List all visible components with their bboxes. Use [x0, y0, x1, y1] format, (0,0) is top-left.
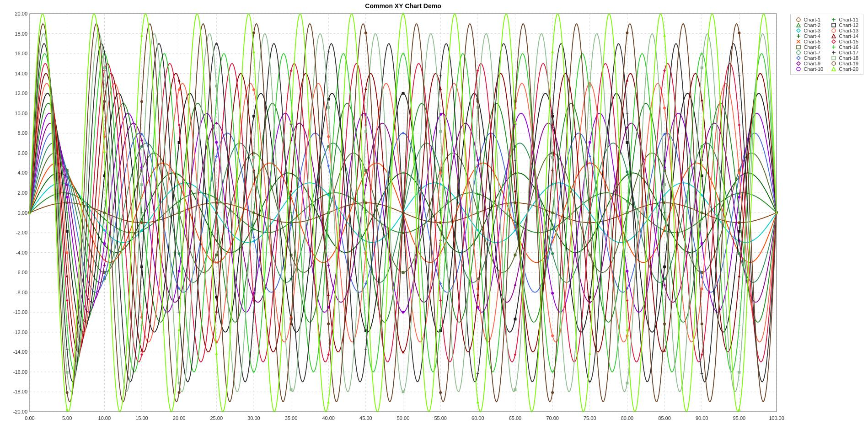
chart-legend: Chart-1Chart-2Chart-3Chart-4Chart-5Chart…	[790, 14, 863, 75]
legend-item: Chart-9	[795, 61, 823, 66]
svg-point-11	[797, 67, 800, 71]
svg-rect-22	[832, 56, 836, 60]
legend-item: Chart-11	[830, 17, 858, 22]
legend-item: Chart-15	[830, 39, 858, 44]
chart-container: Chart-1Chart-2Chart-3Chart-4Chart-5Chart…	[0, 0, 868, 430]
legend-item: Chart-8	[795, 55, 823, 61]
legend-item: Chart-10	[795, 66, 823, 72]
legend-item: Chart-17	[830, 50, 858, 55]
legend-item: Chart-1	[795, 17, 823, 22]
legend-item: Chart-5	[795, 39, 823, 44]
svg-point-23	[832, 62, 836, 65]
legend-item: Chart-13	[830, 28, 858, 33]
svg-point-15	[832, 29, 836, 32]
legend-item: Chart-16	[830, 44, 858, 50]
legend-item: Chart-12	[830, 22, 858, 28]
svg-marker-17	[832, 40, 836, 43]
svg-marker-1	[797, 23, 800, 27]
svg-marker-9	[797, 56, 800, 60]
legend-item: Chart-2	[795, 22, 823, 28]
legend-item: Chart-4	[795, 33, 823, 39]
svg-rect-14	[832, 23, 836, 27]
svg-marker-24	[832, 67, 836, 71]
svg-marker-2	[797, 29, 800, 32]
legend-item: Chart-19	[830, 61, 858, 66]
legend-item: Chart-3	[795, 28, 823, 33]
svg-point-8	[797, 51, 800, 54]
svg-marker-10	[797, 62, 800, 65]
svg-rect-7	[797, 45, 800, 49]
svg-marker-16	[832, 34, 836, 38]
legend-item: Chart-6	[795, 44, 823, 50]
chart-canvas	[0, 0, 868, 430]
legend-item: Chart-14	[830, 33, 858, 39]
legend-item: Chart-7	[795, 50, 823, 55]
legend-item: Chart-20	[830, 66, 858, 72]
svg-point-0	[797, 18, 800, 21]
legend-item: Chart-18	[830, 55, 858, 61]
